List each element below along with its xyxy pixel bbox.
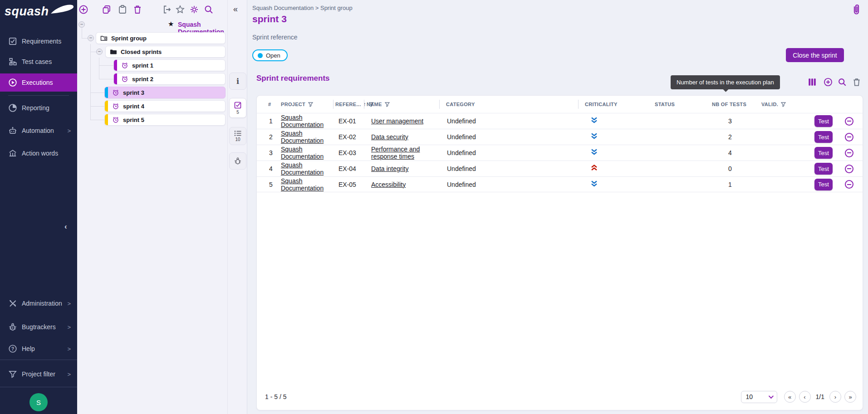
paste-icon[interactable]	[118, 5, 128, 15]
attachment-icon[interactable]	[851, 4, 861, 15]
requirement-link[interactable]: Data security	[371, 133, 408, 141]
column-header-reference[interactable]: REFERE... ↑	[333, 100, 364, 109]
tree-connector	[90, 44, 91, 120]
action-words-icon	[8, 149, 17, 158]
sprint-color-bar	[105, 114, 108, 126]
copy-icon[interactable]	[102, 5, 112, 15]
tree-expander[interactable]: −	[78, 21, 85, 28]
tree-connector	[99, 58, 99, 79]
table-row[interactable]: 1 Squash Documentation EX-01 User manage…	[257, 113, 863, 129]
test-button[interactable]: Test	[814, 147, 833, 159]
project-link[interactable]: Squash Documentation	[281, 130, 324, 144]
export-icon[interactable]	[162, 5, 172, 15]
add-circle-icon[interactable]	[824, 78, 833, 87]
tab-bugtracker[interactable]	[229, 152, 246, 170]
trash-icon[interactable]	[852, 78, 861, 87]
sidebar-item-label: Administration	[22, 300, 62, 307]
tab-execution-plan[interactable]: 5	[229, 98, 246, 118]
collapse-panel-icon[interactable]: «	[233, 5, 238, 14]
table-row[interactable]: 4 Squash Documentation EX-04 Data integr…	[257, 161, 863, 176]
tree-connector	[99, 79, 113, 79]
star-icon[interactable]	[175, 5, 185, 15]
last-page-button[interactable]: »	[844, 391, 856, 403]
sidebar-item-help[interactable]: ? Help >	[0, 340, 77, 357]
column-header-nb-of-tests[interactable]: NB OF TESTS	[712, 100, 748, 109]
table-row[interactable]: 5 Squash Documentation EX-05 Accessibili…	[257, 176, 863, 192]
sidebar-item-action-words[interactable]: Action words	[0, 145, 77, 162]
column-header-criticality[interactable]: CRITICALITY	[578, 100, 654, 109]
sidebar-item-automation[interactable]: Automation >	[0, 122, 77, 139]
column-header-name[interactable]: NAME	[364, 100, 439, 109]
close-sprint-button[interactable]: Close the sprint	[786, 48, 844, 62]
search-icon[interactable]	[838, 78, 847, 87]
category-cell: Undefined	[439, 133, 578, 141]
filter-icon[interactable]	[308, 102, 314, 107]
squash-logo[interactable]: squash	[3, 2, 74, 20]
sidebar-item-executions[interactable]: Executions	[0, 73, 77, 92]
trash-icon[interactable]	[132, 5, 142, 15]
column-header-number[interactable]: #	[257, 100, 275, 109]
columns-icon[interactable]	[808, 78, 817, 87]
tree-expander[interactable]: −	[96, 49, 103, 55]
tree-item-sprint-5[interactable]: sprint 5	[104, 114, 226, 126]
tree-item-sprint-1[interactable]: sprint 1	[113, 59, 226, 71]
next-page-button[interactable]: ›	[829, 391, 841, 403]
filter-icon[interactable]	[780, 102, 786, 107]
svg-text:?: ?	[11, 346, 14, 351]
add-icon[interactable]	[78, 5, 88, 15]
tree-item-sprint-2[interactable]: sprint 2	[113, 73, 226, 85]
test-button[interactable]: Test	[814, 163, 833, 175]
sidebar-collapse-icon[interactable]: ‹	[64, 222, 67, 231]
tree-item-sprint-4[interactable]: sprint 4	[104, 100, 226, 112]
remove-icon[interactable]	[845, 149, 853, 157]
column-header-status[interactable]: STATUS	[654, 100, 712, 109]
breadcrumb[interactable]: Squash Documentation > Sprint group	[252, 5, 353, 11]
requirement-link[interactable]: Accessibility	[371, 181, 406, 188]
first-page-button[interactable]: «	[784, 391, 796, 403]
sidebar-item-requirements[interactable]: Requirements	[0, 33, 77, 50]
table-row[interactable]: 3 Squash Documentation EX-03 Performance…	[257, 145, 863, 161]
sidebar-item-test-cases[interactable]: Test cases	[0, 53, 77, 70]
test-button[interactable]: Test	[814, 131, 833, 143]
sidebar-item-reporting[interactable]: Reporting	[0, 99, 77, 117]
table-row[interactable]: 2 Squash Documentation EX-02 Data securi…	[257, 129, 863, 145]
page-size-value: 10	[746, 393, 753, 400]
project-link[interactable]: Squash Documentation	[281, 114, 324, 128]
page-size-select[interactable]: 10	[741, 391, 777, 403]
project-link[interactable]: Squash Documentation	[281, 146, 324, 160]
tab-information[interactable]: i	[229, 73, 246, 90]
remove-icon[interactable]	[845, 133, 853, 141]
sprint-status-chip[interactable]: Open	[252, 49, 288, 61]
tree-item-sprint-3[interactable]: sprint 3	[104, 87, 226, 98]
requirement-link[interactable]: Data integrity	[371, 165, 408, 172]
column-header-project[interactable]: PROJECT	[275, 100, 333, 109]
sprint-icon	[112, 89, 119, 96]
search-icon[interactable]	[204, 5, 214, 15]
nb-of-tests-cell: 1	[712, 181, 748, 188]
test-button[interactable]: Test	[814, 179, 833, 190]
requirement-link[interactable]: User management	[371, 117, 423, 125]
sidebar-item-project-filter[interactable]: Project filter >	[0, 365, 77, 383]
test-button[interactable]: Test	[814, 115, 833, 127]
tree-item-closed-sprints[interactable]: Closed sprints	[105, 46, 226, 58]
column-header-valid[interactable]: VALID.	[748, 100, 792, 109]
remove-icon[interactable]	[845, 165, 853, 173]
gear-icon[interactable]	[189, 5, 199, 15]
tree-item-sprint-group[interactable]: Sprint group	[96, 32, 226, 44]
sidebar-item-bugtrackers[interactable]: Bugtrackers >	[0, 318, 77, 336]
project-link[interactable]: Squash Documentation	[281, 161, 324, 176]
reference-cell: EX-04	[333, 165, 364, 172]
tab-issues-list[interactable]: 10	[229, 127, 246, 145]
sidebar-item-administration[interactable]: Administration >	[0, 295, 77, 312]
remove-icon[interactable]	[845, 180, 853, 189]
requirement-link[interactable]: Performance and response times	[371, 146, 420, 160]
user-avatar[interactable]: S	[29, 393, 48, 411]
filter-icon[interactable]	[384, 102, 390, 107]
remove-icon[interactable]	[845, 117, 853, 126]
column-header-category[interactable]: CATEGORY	[439, 100, 578, 109]
tooltip-caret	[723, 86, 729, 92]
project-link[interactable]: Squash Documentation	[281, 177, 324, 192]
chevron-right-icon: >	[67, 300, 71, 307]
previous-page-button[interactable]: ‹	[799, 391, 811, 403]
tree-expander[interactable]: −	[88, 35, 94, 41]
